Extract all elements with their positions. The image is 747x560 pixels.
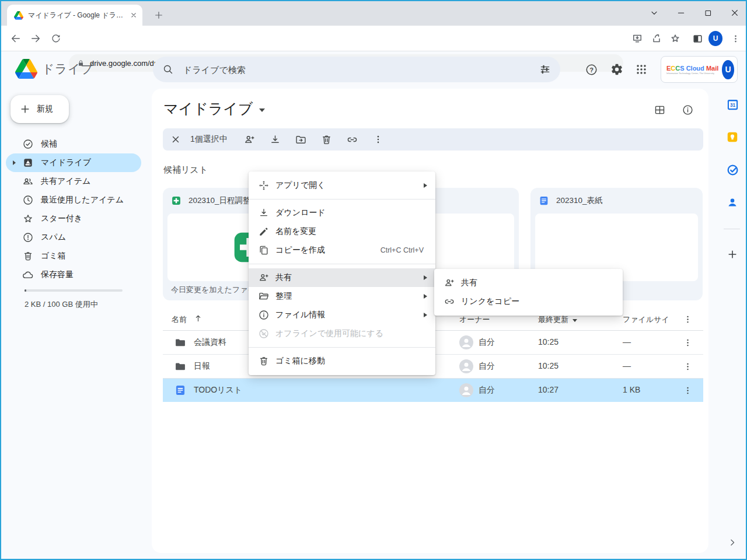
details-info-icon[interactable] [680, 102, 695, 117]
window-minimize-icon[interactable] [670, 4, 692, 22]
window-maximize-icon[interactable] [697, 4, 719, 22]
page-title[interactable]: マイドライブ [163, 99, 265, 118]
sidebar-item-storage[interactable]: 保存容量 [6, 265, 141, 284]
owner-avatar [459, 383, 473, 397]
header-name[interactable]: 名前 [172, 314, 187, 325]
rename-pencil-icon [258, 226, 270, 237]
submenu-item-share[interactable]: 共有 [434, 274, 623, 292]
calendar-icon[interactable]: 31 [725, 97, 739, 111]
toolbar-trash-icon[interactable] [314, 128, 340, 150]
submenu-item-copy-link[interactable]: リンクをコピー [434, 292, 623, 311]
new-tab-button[interactable] [152, 8, 166, 22]
submenu-arrow-icon [424, 294, 427, 299]
spam-icon [22, 232, 34, 243]
install-icon[interactable] [630, 32, 644, 46]
suggestions-label: 候補リスト [163, 164, 208, 176]
toolbar-move-icon[interactable] [288, 128, 314, 150]
sidebar-item-shared[interactable]: 共有アイテム [6, 172, 141, 191]
selection-count: 1個選択中 [190, 134, 228, 145]
link-icon [444, 296, 455, 307]
sidebar-item-recent[interactable]: 最近使用したアイテム [6, 191, 141, 209]
card-title: 202310_表紙 [556, 195, 603, 206]
drive-favicon [14, 11, 23, 20]
new-button-label: 新規 [37, 104, 53, 114]
browser-toolbar: drive.google.com/drive/my-drive U [1, 26, 746, 51]
search-input[interactable] [182, 64, 531, 75]
toolbar-more-kebab-icon[interactable] [365, 128, 391, 150]
expand-arrow-icon[interactable] [13, 160, 16, 165]
drive-logo[interactable] [15, 59, 37, 79]
strip-divider [724, 229, 740, 229]
row-more-kebab-icon[interactable] [682, 360, 693, 372]
help-icon[interactable]: ? [583, 61, 599, 78]
contacts-icon[interactable] [725, 195, 739, 209]
account-badge[interactable]: ECCS Cloud Mail Information Technology C… [661, 56, 738, 83]
sidebar-item-starred[interactable]: スター付き [6, 209, 141, 228]
sort-ascending-icon[interactable] [193, 313, 203, 323]
side-panel-icon[interactable] [690, 32, 704, 46]
grid-view-icon[interactable] [652, 102, 667, 117]
check-circle-icon [22, 138, 34, 150]
window-chevron-icon[interactable] [643, 4, 665, 22]
offline-pin-icon [258, 328, 270, 340]
tasks-icon[interactable] [725, 163, 739, 177]
bookmark-star-icon[interactable] [668, 32, 682, 46]
add-addon-plus-icon[interactable] [725, 247, 739, 261]
header-modified[interactable]: 最終更新 [538, 314, 577, 325]
browser-tab[interactable]: マイドライブ - Google ドライブ [7, 5, 142, 26]
header-size[interactable]: ファイルサイ [623, 314, 669, 325]
back-icon[interactable] [9, 32, 23, 46]
share-icon[interactable] [650, 32, 664, 46]
header-more-kebab-icon[interactable] [682, 313, 693, 325]
menu-item-open-with[interactable]: アプリで開く [249, 176, 435, 195]
expand-panel-chevron-icon[interactable] [727, 537, 738, 548]
clock-icon [22, 194, 34, 206]
menu-item-download[interactable]: ダウンロード [249, 204, 435, 222]
menu-item-share[interactable]: 共有 [249, 268, 435, 287]
header-owner[interactable]: オーナー [459, 314, 490, 325]
sidebar-item-trash[interactable]: ゴミ箱 [6, 247, 141, 265]
window-close-icon[interactable] [724, 4, 746, 22]
tab-title: マイドライブ - Google ドライブ [28, 10, 125, 20]
menu-item-offline: オフラインで使用可能にする [249, 324, 435, 343]
menu-item-make-copy[interactable]: コピーを作成 Ctrl+C Ctrl+V [249, 241, 435, 260]
sheets-file-icon [171, 195, 181, 206]
person-add-icon [444, 277, 455, 289]
menu-item-move-to-trash[interactable]: ゴミ箱に移動 [249, 352, 435, 370]
browser-menu-kebab-icon[interactable] [728, 32, 742, 46]
search-options-tune-icon[interactable] [539, 64, 551, 75]
folder-icon [174, 360, 186, 372]
menu-item-file-info[interactable]: ファイル情報 [249, 306, 435, 324]
settings-gear-icon[interactable] [609, 61, 625, 78]
menu-item-organize[interactable]: 整理 [249, 287, 435, 306]
search-bar[interactable] [153, 57, 560, 82]
browser-profile-avatar[interactable]: U [708, 32, 722, 46]
reload-icon[interactable] [48, 32, 62, 46]
tab-close-icon[interactable] [130, 11, 138, 19]
open-with-icon [258, 180, 270, 191]
sidebar-item-spam[interactable]: スパム [6, 228, 141, 247]
keep-icon[interactable] [725, 130, 739, 144]
toolbar-link-icon[interactable] [340, 128, 365, 150]
search-icon[interactable] [162, 64, 174, 75]
submenu-arrow-icon [424, 183, 427, 188]
toolbar-share-person-add-icon[interactable] [237, 128, 263, 150]
forward-icon[interactable] [29, 32, 43, 46]
sort-descending-caret-icon [573, 319, 577, 322]
sidebar-item-my-drive[interactable]: マイドライブ [6, 153, 141, 172]
drive-profile-avatar[interactable]: U [722, 60, 734, 79]
selection-toolbar: 1個選択中 [163, 128, 703, 150]
new-button[interactable]: 新規 [11, 95, 69, 123]
row-more-kebab-icon[interactable] [682, 384, 693, 396]
owner-avatar [459, 335, 473, 349]
apps-grid-icon[interactable] [633, 61, 650, 78]
toolbar-download-icon[interactable] [263, 128, 288, 150]
sidebar-nav: 候補 マイドライブ 共有アイテム 最近使用したアイテム スター付き スパム ゴミ… [1, 135, 151, 284]
sidebar-item-suggested[interactable]: 候補 [6, 135, 141, 153]
menu-item-rename[interactable]: 名前を変更 [249, 222, 435, 241]
clear-selection-icon[interactable] [167, 128, 184, 150]
table-row-selected[interactable]: TODOリスト 自分 10:27 1 KB [163, 379, 703, 402]
menu-divider [249, 199, 435, 200]
storage-progress-fill [25, 289, 26, 292]
row-more-kebab-icon[interactable] [682, 337, 693, 348]
